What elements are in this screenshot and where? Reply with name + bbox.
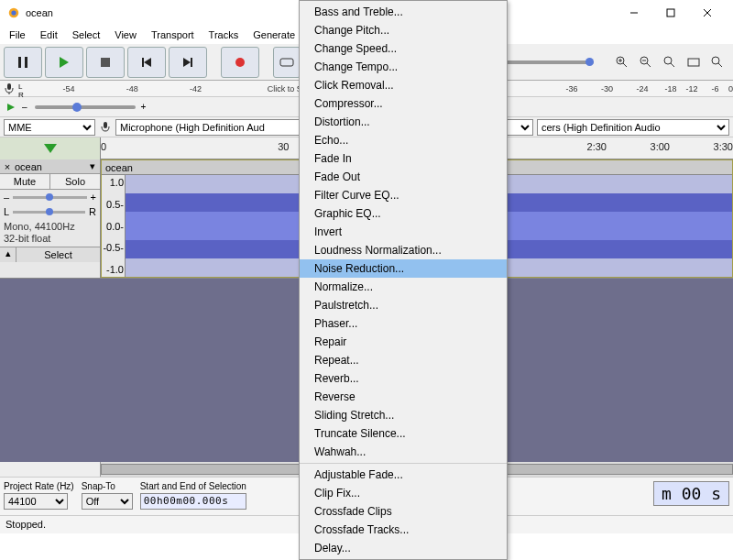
effect-item[interactable]: Reverb... [300,369,507,388]
play-button[interactable] [45,47,83,78]
svg-marker-11 [144,58,151,67]
effect-item[interactable]: Fade In [300,149,507,168]
menu-edit[interactable]: Edit [33,27,65,43]
svg-marker-33 [44,144,57,153]
menu-select[interactable]: Select [65,27,108,43]
selection-start-field[interactable]: 00h00m00.000s [140,493,246,510]
track-close-button[interactable]: × [2,161,13,172]
effect-item[interactable]: Repair [300,333,507,351]
effect-item[interactable]: Normalize... [300,278,507,296]
timeline-head[interactable] [0,137,101,159]
effect-item[interactable]: Invert [300,223,507,241]
effect-item[interactable]: Change Tempo... [300,58,507,76]
effect-item[interactable]: Paulstretch... [300,296,507,314]
effect-item[interactable]: Wahwah... [300,443,507,461]
svg-rect-29 [7,83,11,90]
snap-select[interactable]: Off [82,493,133,510]
play-small-icon [2,99,20,115]
app-logo-icon [7,6,20,19]
svg-rect-9 [101,58,110,67]
close-button[interactable] [689,0,726,26]
svg-marker-12 [183,58,191,67]
skip-start-button[interactable] [127,47,166,78]
project-rate-select[interactable]: 44100 [4,493,68,510]
svg-point-24 [664,57,672,64]
svg-rect-3 [667,9,674,16]
menu-tracks[interactable]: Tracks [202,27,246,43]
menu-separator [300,463,507,464]
meter-channel-l: LR [18,81,27,96]
effect-item[interactable]: Change Pitch... [300,21,507,39]
effect-item[interactable]: Change Speed... [300,39,507,58]
track-name: ocean [15,161,85,172]
effect-item[interactable]: Filter Curve EQ... [300,186,507,204]
recording-volume-slider[interactable] [35,105,136,109]
gain-slider[interactable] [13,196,86,199]
menu-view[interactable]: View [107,27,144,43]
effect-menu: Bass and Treble...Change Pitch...Change … [299,0,508,560]
zoom-fit-button[interactable] [683,51,705,73]
effect-item[interactable]: Sliding Stretch... [300,406,507,424]
playback-device-select[interactable]: cers (High Definition Audio [537,119,729,136]
effect-item[interactable]: Fade Out [300,168,507,186]
plus-label: + [141,102,147,112]
effect-item[interactable]: Reverse [300,388,507,406]
select-button[interactable]: Select [16,247,100,262]
effect-item[interactable]: Graphic EQ... [300,204,507,223]
solo-button[interactable]: Solo [50,174,100,189]
effect-item[interactable]: Echo... [300,131,507,149]
svg-point-1 [11,10,16,15]
vertical-scale: 1.0 0.5- 0.0- -0.5- -1.0 [102,175,126,277]
effect-item[interactable]: Truncate Silence... [300,424,507,443]
project-rate-label: Project Rate (Hz) [4,481,74,491]
effect-item[interactable]: Crossfade Clips [300,502,507,521]
svg-rect-26 [688,59,699,66]
svg-rect-32 [104,122,107,128]
effect-item[interactable]: Repeat... [300,351,507,369]
effect-item[interactable]: Adjustable Fade... [300,466,507,484]
menu-transport[interactable]: Transport [144,27,202,43]
stop-button[interactable] [86,47,125,78]
svg-rect-6 [18,57,21,68]
mute-button[interactable]: Mute [0,174,50,189]
zoom-out-button[interactable] [635,51,657,73]
mic-device-icon [99,121,112,134]
menu-file[interactable]: File [2,27,33,43]
mic-icon [0,81,18,96]
loop-button[interactable] [273,47,301,78]
pause-button[interactable] [4,47,42,78]
effect-item[interactable]: Loudness Normalization... [300,241,507,259]
svg-rect-13 [191,58,192,67]
zoom-in-button[interactable] [611,51,633,73]
playback-volume-slider[interactable] [493,60,594,64]
zoom-selection-button[interactable] [659,51,681,73]
effect-item[interactable]: Delay... [300,539,507,557]
skip-end-button[interactable] [169,47,207,78]
svg-line-25 [671,63,674,67]
audio-host-select[interactable]: MME [4,119,95,136]
svg-point-27 [712,57,719,64]
playhead-icon [44,144,57,153]
svg-line-28 [718,63,722,67]
effect-item[interactable]: Compressor... [300,94,507,113]
effect-item[interactable]: Noise Reduction... [300,259,507,278]
effect-item[interactable]: Clip Fix... [300,484,507,502]
pan-slider[interactable] [13,211,85,214]
effect-item[interactable]: Crossfade Tracks... [300,521,507,539]
maximize-button[interactable] [652,0,689,26]
menu-generate[interactable]: Generate [246,27,302,43]
record-button[interactable] [221,47,259,78]
audio-position-field[interactable]: m 00 s [653,481,729,506]
svg-line-18 [623,63,627,67]
svg-rect-15 [280,59,293,66]
effect-item[interactable]: Distortion... [300,113,507,131]
effect-item[interactable]: Bass and Treble... [300,3,507,21]
track-info: Mono, 44100Hz 32-bit float [0,219,100,247]
status-text: Stopped. [5,519,46,530]
track-menu-button[interactable]: ▾ [87,160,98,172]
effect-item[interactable]: Click Removal... [300,76,507,94]
minimize-button[interactable] [616,0,652,26]
zoom-toggle-button[interactable] [706,51,728,73]
collapse-button[interactable]: ▴ [0,247,16,262]
effect-item[interactable]: Phaser... [300,314,507,333]
